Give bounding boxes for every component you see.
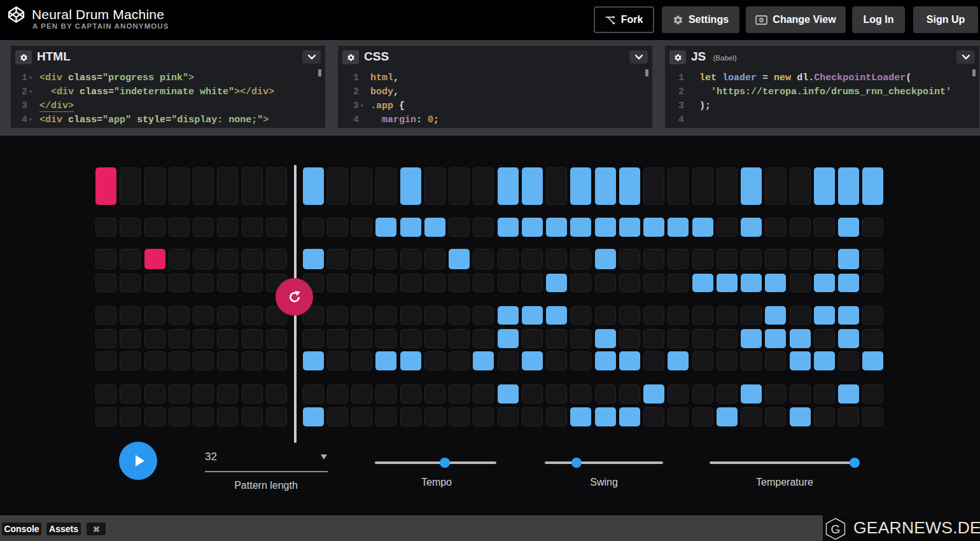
svg-text:G: G: [831, 523, 841, 536]
